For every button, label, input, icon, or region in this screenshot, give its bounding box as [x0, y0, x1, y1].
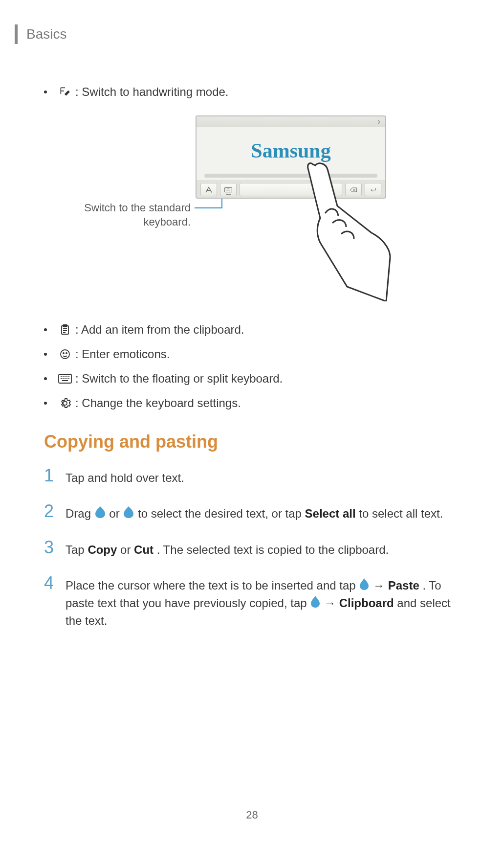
bullet-text: : Switch to the floating or split keyboa… — [75, 370, 283, 387]
bullet-text: : Enter emoticons. — [75, 345, 170, 363]
step-item: 2 Drag or to select the desired text, or… — [44, 502, 465, 523]
step-number: 2 — [44, 502, 66, 520]
step-item: 4 Place the cursor where the text is to … — [44, 574, 465, 630]
section-heading: Copying and pasting — [44, 432, 465, 452]
step-arrow: → — [373, 579, 388, 592]
step-number: 4 — [44, 574, 66, 592]
manual-page: Basics : Switch to handwriting mode. Swi… — [0, 0, 504, 841]
step-bold: Paste — [388, 579, 419, 592]
svg-rect-0 — [225, 187, 232, 192]
bullet-dot — [44, 353, 47, 356]
bullet-text: : Switch to handwriting mode. — [75, 83, 229, 101]
bullet-text: : Change the keyboard settings. — [75, 394, 241, 412]
callout-leader — [195, 207, 239, 266]
step-arrow: → — [324, 596, 339, 610]
step-item: 3 Tap Copy or Cut . The selected text is… — [44, 539, 465, 559]
step-text-part: Tap — [66, 543, 88, 556]
figure-callout: Switch to the standard keyboard. — [64, 201, 191, 229]
bullet-item: : Enter emoticons. — [44, 345, 465, 363]
page-content: : Switch to handwriting mode. Switch to … — [15, 83, 465, 630]
step-bold: Cut — [134, 543, 153, 556]
bullet-dot — [44, 377, 47, 380]
bullet-item: : Switch to the floating or split keyboa… — [44, 370, 465, 387]
svg-point-5 — [66, 353, 67, 354]
cursor-handle-icon — [311, 595, 320, 613]
handwriting-icon — [58, 85, 72, 99]
bullet-dot — [44, 91, 47, 93]
selection-handle-right-icon — [124, 506, 133, 523]
step-text: Tap and hold over text. — [66, 467, 184, 487]
step-number: 1 — [44, 467, 66, 484]
step-text-part: to select the desired text, or tap — [138, 507, 305, 520]
step-number: 3 — [44, 539, 66, 556]
step-text-part: or — [109, 507, 123, 520]
step-text-part: Tap and hold over text. — [66, 471, 184, 484]
step-bold: Clipboard — [339, 596, 394, 610]
cursor-handle-icon — [360, 578, 369, 595]
svg-point-4 — [63, 353, 64, 354]
step-text-part: to select all text. — [359, 507, 443, 520]
bullet-item: : Change the keyboard settings. — [44, 394, 465, 412]
page-number: 28 — [0, 809, 504, 821]
header-rule — [15, 24, 18, 44]
bullet-dot — [44, 328, 47, 331]
step-text: Drag or to select the desired text, or t… — [66, 502, 443, 523]
step-item: 1 Tap and hold over text. — [44, 467, 465, 487]
clipboard-icon — [58, 322, 72, 337]
key-mode — [200, 183, 217, 196]
selection-handle-left-icon — [95, 506, 105, 523]
hand-illustration — [284, 159, 391, 301]
bullet-text: : Add an item from the clipboard. — [75, 321, 244, 339]
svg-point-3 — [61, 350, 69, 359]
step-text: Place the cursor where the text is to be… — [66, 574, 465, 630]
handwriting-figure: Switch to the standard keyboard. Samsung — [44, 115, 465, 292]
step-bold: Copy — [88, 543, 117, 556]
step-text: Tap Copy or Cut . The selected text is c… — [66, 539, 389, 559]
keyboard-topbar — [197, 116, 385, 127]
svg-rect-2 — [63, 325, 67, 327]
step-text-part: or — [120, 543, 134, 556]
header-title: Basics — [26, 26, 66, 42]
step-text-part: Place the cursor where the text is to be… — [66, 579, 359, 592]
emoticon-icon — [58, 347, 72, 362]
keyboard-icon — [58, 371, 72, 386]
step-text-part: Drag — [66, 507, 94, 520]
bullet-item: : Add an item from the clipboard. — [44, 321, 465, 339]
bullet-dot — [44, 402, 47, 405]
key-standard-keyboard — [220, 183, 237, 196]
bullet-item: : Switch to handwriting mode. — [44, 83, 465, 101]
step-bold: Select all — [305, 507, 356, 520]
step-text-part: . The selected text is copied to the cli… — [157, 543, 389, 556]
page-header: Basics — [15, 24, 465, 44]
handwriting-sample-text: Samsung — [251, 139, 330, 162]
settings-icon — [58, 396, 72, 410]
